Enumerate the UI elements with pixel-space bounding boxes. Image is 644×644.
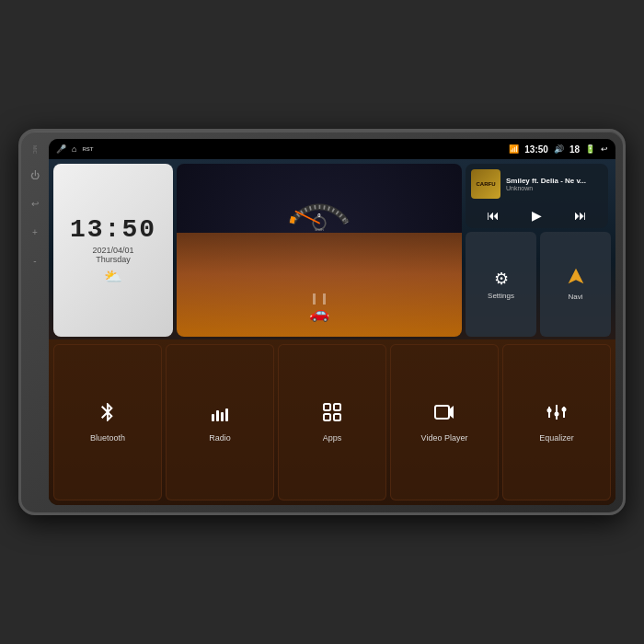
settings-button[interactable]: ⚙ Settings — [466, 232, 536, 337]
radio-svg — [209, 401, 231, 423]
speedometer-widget: 🚗 — [177, 164, 462, 337]
clock-date: 2021/04/01 Thursday — [92, 246, 133, 264]
settings-icon: ⚙ — [494, 269, 509, 289]
status-bar-right: 📶 13:50 🔊 18 🔋 ↩ — [509, 144, 608, 155]
bluetooth-label: Bluetooth — [90, 433, 125, 443]
mic-icon: 🎤 — [56, 144, 66, 154]
play-button[interactable]: ▶ — [532, 208, 542, 223]
rst-label: RST — [82, 146, 93, 152]
home-icon[interactable]: ⌂ — [72, 144, 76, 154]
equalizer-button[interactable]: Equalizer — [502, 344, 611, 500]
video-svg — [433, 401, 455, 423]
top-row: 13:50 2021/04/01 Thursday ⛅ — [49, 159, 615, 339]
svg-rect-13 — [334, 414, 340, 420]
main-screen: 🎤 ⌂ RST 📶 13:50 🔊 18 🔋 ↩ 13:50 — [49, 139, 615, 505]
mic-label: MIC — [32, 145, 38, 154]
svg-rect-9 — [225, 408, 228, 421]
radio-button[interactable]: Radio — [166, 344, 274, 500]
bluetooth-svg — [97, 401, 119, 423]
wifi-icon: 📶 — [509, 144, 519, 154]
right-section: CARFU Smiley ft. Delia - Ne v... Unknown… — [466, 164, 611, 337]
apps-icon — [321, 401, 343, 429]
apps-button[interactable]: Apps — [278, 344, 386, 500]
apps-svg — [321, 401, 343, 423]
current-time: 13:50 — [524, 144, 548, 155]
status-bar-left: 🎤 ⌂ RST — [56, 144, 93, 154]
settings-label: Settings — [488, 292, 514, 300]
status-bar: 🎤 ⌂ RST 📶 13:50 🔊 18 🔋 ↩ — [49, 139, 615, 159]
media-widget: CARFU Smiley ft. Delia - Ne v... Unknown… — [466, 164, 608, 228]
navi-icon — [567, 267, 585, 290]
left-panel: MIC ⏻ ↩ + - — [21, 132, 49, 512]
power-button[interactable]: ⏻ — [28, 167, 42, 182]
speedo-svg: 0 km/h 0 240 — [281, 168, 359, 231]
car-silhouette: 🚗 — [309, 303, 329, 323]
media-title: Smiley ft. Delia - Ne v... — [506, 177, 603, 185]
navi-label: Navi — [568, 293, 582, 301]
next-button[interactable]: ⏭ — [574, 208, 587, 223]
weather-section: ⛅ — [104, 268, 122, 285]
svg-text:0: 0 — [290, 219, 292, 223]
media-top: CARFU Smiley ft. Delia - Ne v... Unknown — [471, 169, 603, 199]
svg-point-17 — [547, 408, 552, 413]
equalizer-label: Equalizer — [539, 433, 574, 443]
clock-display: 13:50 — [70, 215, 156, 244]
battery-icon: 🔋 — [585, 144, 595, 154]
media-artist: Unknown — [506, 185, 603, 191]
volume-level: 18 — [569, 144, 580, 155]
settings-navi-row: ⚙ Settings Navi — [466, 232, 611, 337]
equalizer-icon — [546, 401, 568, 429]
svg-rect-11 — [334, 404, 340, 410]
video-player-button[interactable]: Video Player — [390, 344, 499, 500]
media-info: Smiley ft. Delia - Ne v... Unknown — [506, 177, 603, 191]
navigation-svg — [567, 267, 585, 285]
media-logo: CARFU — [471, 169, 500, 199]
svg-rect-12 — [324, 414, 330, 420]
radio-icon — [209, 401, 231, 429]
prev-button[interactable]: ⏮ — [487, 208, 500, 223]
svg-rect-6 — [212, 414, 214, 421]
radio-label: Radio — [209, 433, 231, 443]
svg-rect-7 — [216, 410, 219, 421]
apps-label: Apps — [323, 433, 342, 443]
equalizer-svg — [546, 401, 568, 423]
svg-rect-8 — [221, 412, 224, 421]
back-button[interactable]: ↩ — [28, 196, 42, 211]
main-content-area: 13:50 2021/04/01 Thursday ⛅ — [49, 159, 615, 505]
back-nav-icon[interactable]: ↩ — [601, 144, 608, 154]
volume-status-icon: 🔊 — [554, 144, 564, 154]
svg-point-19 — [555, 412, 559, 417]
svg-text:km/h: km/h — [315, 227, 324, 231]
svg-rect-10 — [324, 404, 330, 410]
bluetooth-icon — [97, 401, 119, 429]
weather-icon: ⛅ — [104, 268, 122, 285]
bluetooth-button[interactable]: Bluetooth — [53, 344, 162, 500]
clock-widget: 13:50 2021/04/01 Thursday ⛅ — [53, 164, 173, 337]
svg-text:240: 240 — [343, 219, 349, 223]
svg-point-21 — [562, 408, 567, 412]
car-head-unit: MIC ⏻ ↩ + - 🎤 ⌂ RST 📶 13:50 🔊 18 🔋 ↩ — [18, 129, 626, 515]
bottom-row: Bluetooth Radio — [49, 339, 615, 505]
media-controls: ⏮ ▶ ⏭ — [471, 208, 603, 223]
volume-up-button[interactable]: + — [28, 224, 42, 239]
video-icon — [433, 401, 455, 429]
speedo-gauge: 0 km/h 0 240 — [281, 168, 359, 247]
video-label: Video Player — [421, 433, 468, 443]
svg-rect-14 — [435, 406, 449, 419]
volume-down-button[interactable]: - — [28, 253, 42, 268]
navi-button[interactable]: Navi — [540, 232, 611, 337]
